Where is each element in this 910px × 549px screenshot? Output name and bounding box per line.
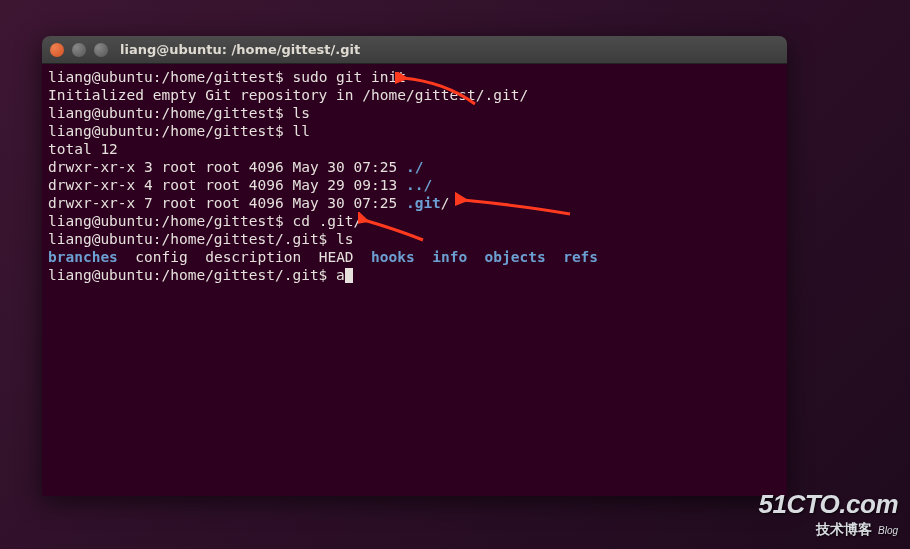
cursor-icon xyxy=(345,268,353,283)
maximize-icon[interactable] xyxy=(94,43,108,57)
window-title: liang@ubuntu: /home/gittest/.git xyxy=(120,42,360,57)
terminal-current-line: liang@ubuntu:/home/gittest/.git$ a xyxy=(48,267,353,283)
minimize-icon[interactable] xyxy=(72,43,86,57)
terminal-line: liang@ubuntu:/home/gittest$ ll xyxy=(48,123,310,139)
terminal-line: drwxr-xr-x 4 root root 4096 May 29 09:13… xyxy=(48,177,432,193)
watermark-line2: 技术博客 xyxy=(816,521,872,537)
terminal-line: drwxr-xr-x 7 root root 4096 May 30 07:25… xyxy=(48,195,450,211)
terminal-line: liang@ubuntu:/home/gittest/.git$ ls xyxy=(48,231,354,247)
close-icon[interactable] xyxy=(50,43,64,57)
ls-output: branches config description HEAD hooks i… xyxy=(48,249,598,265)
terminal-body[interactable]: liang@ubuntu:/home/gittest$ sudo git ini… xyxy=(42,64,787,496)
terminal-line: Initialized empty Git repository in /hom… xyxy=(48,87,528,103)
terminal-line: liang@ubuntu:/home/gittest$ sudo git ini… xyxy=(48,69,406,85)
watermark-line3: Blog xyxy=(878,525,898,536)
terminal-line: total 12 xyxy=(48,141,118,157)
terminal-line: liang@ubuntu:/home/gittest$ cd .git/ xyxy=(48,213,362,229)
terminal-window: liang@ubuntu: /home/gittest/.git liang@u… xyxy=(42,36,787,496)
watermark: 51CTO.com 技术博客Blog xyxy=(758,489,898,539)
titlebar[interactable]: liang@ubuntu: /home/gittest/.git xyxy=(42,36,787,64)
watermark-line1: 51CTO.com xyxy=(758,489,898,520)
terminal-line: liang@ubuntu:/home/gittest$ ls xyxy=(48,105,310,121)
terminal-line: drwxr-xr-x 3 root root 4096 May 30 07:25… xyxy=(48,159,423,175)
